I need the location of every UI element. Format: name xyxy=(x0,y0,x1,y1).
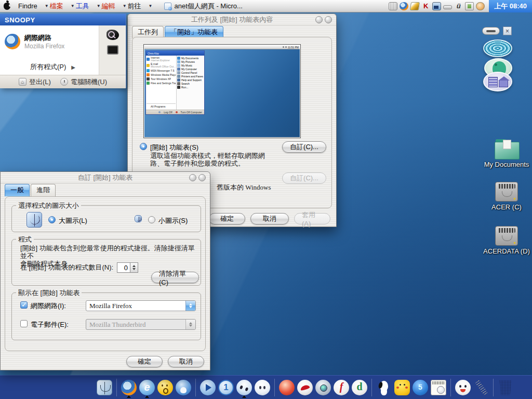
dock-snoopy-icon[interactable] xyxy=(376,379,392,396)
group-label: 程式 xyxy=(16,235,34,244)
cancel-button[interactable]: 取消 xyxy=(168,356,204,367)
close-button[interactable] xyxy=(325,16,332,23)
dock-mpc-icon[interactable] xyxy=(200,379,216,396)
terminal-icon[interactable] xyxy=(107,45,118,55)
dock-separator xyxy=(116,379,117,396)
active-window-title[interactable]: anet個人網頁 - Micro... xyxy=(164,2,242,11)
wrench-icon[interactable] xyxy=(482,27,500,35)
preview-right-item: My Music xyxy=(177,64,204,67)
dock-penguin-icon[interactable] xyxy=(175,379,192,396)
email-app-value: Mozilla Thunderbird xyxy=(86,320,185,329)
dock-calendar-icon[interactable] xyxy=(430,379,447,396)
dialog-titlebar[interactable]: 工作列及 [開始] 功能表內容 xyxy=(128,14,336,25)
desktop-icon-acerdata-d[interactable]: ACERDATA (D) xyxy=(482,226,531,255)
dock-trash-icon[interactable] xyxy=(497,379,514,396)
building-shape xyxy=(488,77,498,87)
keyboard-tray-icon[interactable] xyxy=(389,2,397,10)
dock-one-icon[interactable] xyxy=(218,379,234,396)
dock-acrobat-icon[interactable] xyxy=(297,379,313,396)
town-gadget-icon[interactable] xyxy=(483,72,512,91)
dock-ruler-icon[interactable] xyxy=(473,379,489,396)
start-menu-panel: SNOOPY 網際網路 Mozilla Firefox 所有程式(P) ▶ ⌂ … xyxy=(0,14,126,88)
radio-icon xyxy=(148,216,155,223)
email-checkbox-row[interactable]: 電子郵件(E): xyxy=(20,320,69,329)
ok-button[interactable]: 確定 xyxy=(209,213,245,224)
close-button[interactable] xyxy=(198,174,206,181)
chevron-down-icon: ▼ xyxy=(45,4,49,8)
ripple-gadget-icon[interactable] xyxy=(483,39,512,57)
menu-item-1[interactable]: ▼檔案 xyxy=(41,0,67,12)
dock-alien-icon[interactable] xyxy=(236,379,252,396)
dock-flash-icon[interactable] xyxy=(333,379,350,396)
group-label: 選擇程式的圖示大小 xyxy=(16,201,81,210)
dock-pikachu-icon[interactable] xyxy=(394,379,410,396)
ok-button[interactable]: 確定 xyxy=(126,356,163,367)
firefox-icon xyxy=(5,34,20,49)
dock-camera-icon[interactable] xyxy=(315,379,331,396)
preview-right-item: My Documents xyxy=(177,57,204,60)
start-menu-item-internet[interactable]: 網際網路 Mozilla Firefox xyxy=(5,33,64,50)
customize-start-menu-dialog: 自訂 [開始] 功能表 一般 進階 選擇程式的圖示大小 大圖示(L) 小圖示(S… xyxy=(0,171,210,370)
search-icon[interactable] xyxy=(107,30,119,40)
dock-blue5-icon[interactable] xyxy=(412,379,429,396)
internet-app-value: Mozilla Firefox xyxy=(86,301,185,311)
firefox-tray-icon[interactable] xyxy=(400,2,408,10)
dock-rabbit-icon[interactable] xyxy=(455,379,471,396)
apple-menu[interactable] xyxy=(0,0,14,12)
dock-ie-icon[interactable] xyxy=(139,379,155,396)
group-label: 顯示在 [開始] 功能表 xyxy=(16,288,82,298)
menu-clock[interactable]: 上午 08:40 xyxy=(489,0,532,12)
dialog-titlebar[interactable]: 自訂 [開始] 功能表 xyxy=(1,172,210,183)
dock-mask-icon[interactable] xyxy=(254,379,271,396)
dock-dreamweaver-icon[interactable] xyxy=(351,379,368,396)
internet-checkbox-row[interactable]: 網際網路(I): xyxy=(20,301,66,311)
tab-general[interactable]: 一般 xyxy=(5,184,30,196)
start-menu-style-radio[interactable]: [開始] 功能表(S) xyxy=(140,143,198,152)
customize-button-2[interactable]: 自訂(C)... xyxy=(282,172,326,184)
program-count-value[interactable]: 0 xyxy=(117,262,130,273)
menu-item-3[interactable]: ▼編輯 xyxy=(93,0,119,12)
minimize-button[interactable] xyxy=(315,16,323,23)
email-app-select[interactable]: Mozilla Thunderbird xyxy=(86,319,196,330)
hand-tray-icon[interactable] xyxy=(476,2,485,10)
checkbox-checked-icon[interactable] xyxy=(20,301,28,309)
dock-firefox-icon[interactable] xyxy=(121,379,137,396)
small-icon-radio[interactable]: 小圖示(S) xyxy=(148,216,188,225)
umlaut-tray-icon[interactable] xyxy=(454,2,463,10)
shutdown-button[interactable]: 電腦關機(U) xyxy=(60,77,107,87)
cancel-button[interactable]: 取消 xyxy=(250,213,289,224)
menu-item-2[interactable]: ▼工具 xyxy=(67,0,93,12)
desktop-icon-acer-c[interactable]: ACER (C) xyxy=(482,182,531,211)
checkbox-unchecked-icon[interactable] xyxy=(20,320,28,327)
customize-button-1[interactable]: 自訂(C)... xyxy=(282,141,326,153)
minimize-button[interactable] xyxy=(189,174,196,181)
dock-finder-icon[interactable] xyxy=(96,379,113,396)
battery-tray-icon[interactable] xyxy=(465,2,474,10)
internet-app-select[interactable]: Mozilla Firefox xyxy=(86,300,196,311)
stepper-arrows-icon[interactable] xyxy=(130,262,138,273)
all-programs-button[interactable]: 所有程式(P) ▶ xyxy=(30,62,75,72)
icon-size-group: 選擇程式的圖示大小 大圖示(L) 小圖示(S) xyxy=(11,205,201,232)
preview-turnoff-icon xyxy=(176,111,178,113)
internet-label: 網際網路(I): xyxy=(31,301,66,311)
large-icon-radio[interactable]: 大圖示(L) xyxy=(48,216,87,225)
close-icon[interactable]: × xyxy=(503,26,512,35)
dock-smiley-icon[interactable] xyxy=(157,379,174,396)
menu-item-4[interactable]: ▼前往 xyxy=(119,0,145,12)
chevron-down-icon: ▼ xyxy=(97,4,101,8)
menu-item-5[interactable]: ▼ xyxy=(145,0,156,12)
clear-list-button[interactable]: 清除清單(C) xyxy=(151,272,199,283)
small-icon-sample xyxy=(135,215,142,222)
log-off-button[interactable]: ⌂ 登出(L) xyxy=(19,77,51,87)
dropdown-stepper-icon[interactable] xyxy=(185,301,195,311)
menu-item-0[interactable]: Findre xyxy=(15,0,41,12)
program-count-stepper[interactable]: 0 xyxy=(117,262,138,273)
kaspersky-tray-icon[interactable] xyxy=(421,2,430,10)
desktop-icon-my-documents[interactable]: My Documents xyxy=(482,139,531,168)
window-tray-icon[interactable] xyxy=(443,5,452,9)
network-tray-icon[interactable] xyxy=(432,2,441,10)
dock-flame-icon[interactable] xyxy=(278,379,295,396)
apply-button[interactable]: 套用(A) xyxy=(294,213,330,224)
zip-tray-icon[interactable] xyxy=(410,2,420,10)
tab-advanced[interactable]: 進階 xyxy=(31,184,56,196)
